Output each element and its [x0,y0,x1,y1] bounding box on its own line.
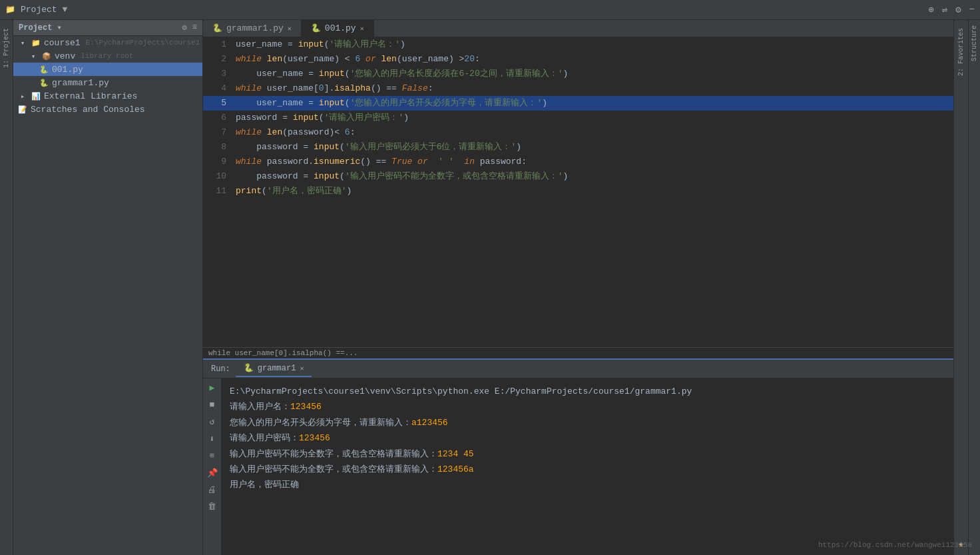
top-bar: 📁 Project ▼ ⊕ ⇌ ⚙ − [0,0,980,20]
tab-001py-close[interactable]: ✕ [360,25,364,33]
run-stop-btn[interactable]: ■ [208,398,216,411]
output-label-3: 请输入用户密码： [230,430,299,446]
run-settings-btn[interactable]: ≡ [208,450,216,462]
run-panel: Run: 🐍 grammar1 ✕ ▶ ■ ↺ ⬇ ≡ 📌 🖨 [203,358,953,555]
code-line-1: 1 user_name = input('请输入用户名：') [203,37,953,52]
panel-icon-2[interactable]: ≡ [192,23,197,33]
code-line-10: 10 password = input('输入用户密码不能为全数字，或包含空格请… [203,169,953,184]
venv-sub: library root [81,52,133,60]
output-line-path: E:\PycharmProjects\course1\venv\Scripts\… [230,384,945,399]
file-grammar1py-label: grammar1.py [52,78,109,88]
triangle-venv-icon: ▾ [28,51,39,61]
project-icon: 📁 [5,5,15,15]
course1-path: E:\PycharmProjects\course1 [86,39,200,47]
line-content-8: password = input('输入用户密码必须大于6位，请重新输入：') [233,140,953,155]
tabs-bar: 🐍 grammar1.py ✕ 🐍 001.py ✕ [203,20,953,37]
output-line-3: 请输入用户密码： 123456 [230,430,945,446]
output-label-5: 输入用户密码不能为全数字，或包含空格请重新输入： [230,462,437,477]
line-content-6: password = input('请输入用户密码：') [233,111,953,125]
run-print-btn[interactable]: 🖨 [206,484,218,496]
favorites-label: 2: Favorites [956,23,966,81]
code-editor[interactable]: 1 user_name = input('请输入用户名：') 2 while l… [203,37,953,347]
tab-grammar1[interactable]: 🐍 grammar1.py ✕ [203,20,302,37]
line-content-7: while len(password)< 6: [233,125,953,140]
run-tab-label: grammar1 [258,364,296,373]
tree-item-scratches[interactable]: 📝 Scratches and Consoles [13,103,202,116]
venv-label: venv [55,51,75,61]
folder-icon-course1: 📁 [31,37,41,48]
tree-item-venv[interactable]: ▾ 📦 venv library root [13,49,202,63]
globe-icon[interactable]: ⊕ [928,4,933,15]
favorites-strip: 2: Favorites ★ [953,20,968,555]
tab-001py-icon: 🐍 [311,23,321,33]
output-label-2: 您输入的用户名开头必须为字母，请重新输入： [230,415,411,430]
tab-grammar1-label: grammar1.py [226,23,284,33]
triangle-icon: ▾ [17,37,28,48]
code-line-3: 3 user_name = input('您输入的用户名长度必须在6-20之间，… [203,67,953,81]
gear-icon[interactable]: ⚙ [955,4,961,15]
run-output: E:\PycharmProjects\course1\venv\Scripts\… [222,378,953,555]
output-input-3: 123456 [299,430,330,446]
csdn-link: https://blog.csdn.net/wangwei123258 [818,539,953,552]
code-line-11: 11 print('用户名，密码正确') [203,184,953,199]
run-tab-close[interactable]: ✕ [300,364,304,372]
run-pin-btn[interactable]: 📌 [206,466,219,480]
project-panel: Project ▾ ⚙ ≡ ▾ 📁 course1 E:\PycharmProj… [13,20,203,555]
output-input-4: 1234 45 [437,446,474,462]
run-label: Run: [206,364,236,374]
run-play-btn[interactable]: ▶ [208,381,216,394]
panel-header: Project ▾ ⚙ ≡ [13,20,202,36]
output-label-4: 输入用户密码不能为全数字，或包含空格请重新输入： [230,446,437,462]
line-num-1: 1 [203,37,233,52]
code-line-4: 4 while user_name[0].isalpha() == False: [203,81,953,96]
output-label-1: 请输入用户名： [230,399,290,414]
line-num-4: 4 [203,81,233,96]
line-content-5: user_name = input('您输入的用户名开头必须为字母，请重新输入：… [233,96,953,111]
panel-title: Project ▾ [19,23,62,33]
code-line-2: 2 while len(user_name) < 6 or len(user_n… [203,52,953,67]
tab-grammar1-icon: 🐍 [212,23,222,33]
output-result-text: 用户名，密码正确 [230,477,299,492]
editor-area: 🐍 grammar1.py ✕ 🐍 001.py ✕ 1 user_name =… [203,20,953,555]
run-body: ▶ ■ ↺ ⬇ ≡ 📌 🖨 🗑 E:\PycharmProjects\cours… [203,378,953,555]
panel-icon-1[interactable]: ⚙ [182,23,187,33]
code-lines: 1 user_name = input('请输入用户名：') 2 while l… [203,37,953,199]
code-line-9: 9 while password.isnumeric() == True or … [203,155,953,169]
run-trash-btn[interactable]: 🗑 [206,500,218,513]
output-path-text: E:\PycharmProjects\course1\venv\Scripts\… [230,384,692,399]
line-num-7: 7 [203,125,233,140]
tree-item-grammar1py[interactable]: 🐍 grammar1.py [13,76,202,89]
left-strip: 1: Project [0,20,13,555]
tree-item-course1[interactable]: ▾ 📁 course1 E:\PycharmProjects\course1 [13,36,202,49]
tab-001py[interactable]: 🐍 001.py ✕ [302,20,374,37]
line-num-8: 8 [203,140,233,155]
minimize-icon[interactable]: − [969,4,975,15]
breadcrumb: while user_name[0].isalpha() ==... [208,349,358,357]
output-input-1: 123456 [290,399,322,414]
run-tabs: Run: 🐍 grammar1 ✕ [203,360,953,378]
run-tab-grammar1[interactable]: 🐍 grammar1 ✕ [236,360,312,377]
run-rerun-btn[interactable]: ↺ [208,415,216,428]
dropdown-icon[interactable]: ▼ [63,5,68,15]
line-num-9: 9 [203,155,233,169]
output-line-result: 用户名，密码正确 [230,477,945,492]
line-num-10: 10 [203,169,233,184]
tree-item-001py[interactable]: 🐍 001.py [13,63,202,76]
breadcrumb-bar: while user_name[0].isalpha() ==... [203,347,953,358]
line-content-10: password = input('输入用户密码不能为全数字，或包含空格请重新输… [233,169,953,184]
course1-label: course1 [44,38,81,48]
split-icon[interactable]: ⇌ [942,4,947,15]
ext-lib-icon: 📊 [31,91,41,101]
run-toolbar: ▶ ■ ↺ ⬇ ≡ 📌 🖨 🗑 [203,378,222,555]
output-line-2: 您输入的用户名开头必须为字母，请重新输入： a123456 [230,415,945,430]
run-scroll-btn[interactable]: ⬇ [208,432,216,446]
tab-001py-label: 001.py [325,23,356,33]
code-line-5: 5 user_name = input('您输入的用户名开头必须为字母，请重新输… [203,96,953,111]
line-num-2: 2 [203,52,233,67]
structure-strip: Structure [968,20,980,555]
code-line-7: 7 while len(password)< 6: [203,125,953,140]
tree-item-external-libs[interactable]: ▸ 📊 External Libraries [13,89,202,103]
structure-label: Structure [969,20,979,67]
tab-grammar1-close[interactable]: ✕ [288,25,292,33]
venv-icon: 📦 [41,51,52,61]
